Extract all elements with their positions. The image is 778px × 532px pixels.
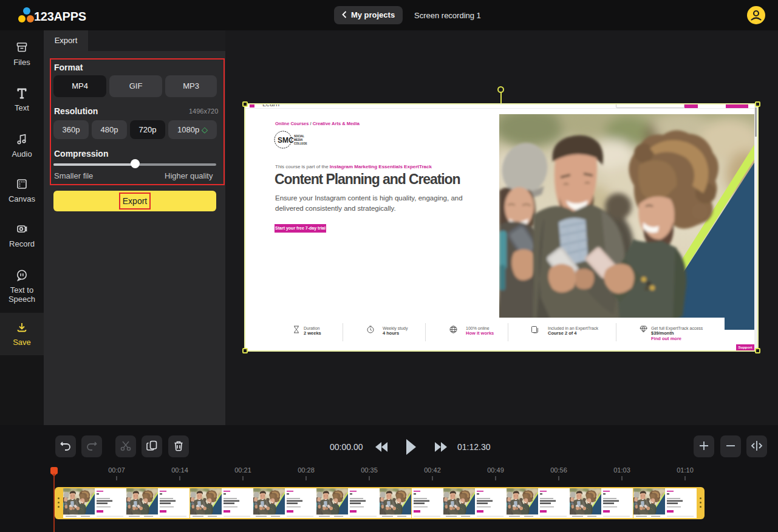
- svg-text:SMC: SMC: [278, 136, 294, 145]
- svg-text:SOCIAL: SOCIAL: [294, 135, 304, 138]
- svg-text:COLLEGE: COLLEGE: [294, 142, 307, 145]
- svg-text:MEDIA: MEDIA: [294, 138, 303, 142]
